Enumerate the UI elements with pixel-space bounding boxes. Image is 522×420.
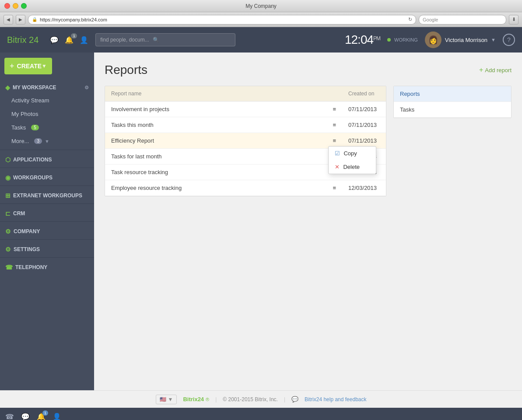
reports-table-wrap: Report name Created on Involvement in pr… [105, 86, 386, 196]
right-panel-reports-label: Reports [400, 91, 420, 97]
report-date-6: 12/03/2013 [342, 180, 386, 196]
workgroups-label: WORKGROUPS [13, 175, 53, 181]
context-menu-trigger[interactable]: ≡ ☑ Copy ✕ Delete [333, 137, 336, 144]
copy-label: Copy [343, 150, 357, 157]
search-placeholder-text: find people, docum... [100, 37, 149, 43]
user-menu[interactable]: 👩 Victoria Morrison ▼ [425, 32, 496, 48]
user-menu-arrow: ▼ [491, 37, 496, 42]
browser-search-bar[interactable]: Google [419, 15, 506, 24]
sidebar-item-company[interactable]: ⚙ COMPANY [0, 224, 94, 238]
sidebar-item-more[interactable]: More... 3 ▼ [0, 134, 94, 148]
create-btn-left: + CREATE [10, 62, 42, 71]
table-row[interactable]: Employee resource tracking ≡ 12/03/2013 [105, 180, 386, 196]
telephony-icon: ☎ [5, 264, 13, 271]
footer-brand: Bitrix24 ® [183, 396, 209, 402]
clock-time: 12:04 [345, 33, 373, 46]
settings-icon: ⚙ [5, 246, 11, 253]
bottom-notification-icon[interactable]: 🔔 1 [37, 413, 46, 420]
sidebar-item-crm[interactable]: ⊏ CRM [0, 206, 94, 220]
bottom-chat-icon[interactable]: 💬 [21, 413, 30, 420]
delete-icon: ✕ [335, 164, 340, 170]
maximize-btn[interactable] [21, 3, 27, 9]
sidebar-item-my-workspace[interactable]: ◆ MY WORKSPACE ⚙ [0, 80, 94, 94]
col-report-name: Report name [105, 86, 326, 102]
footer-help-link[interactable]: Bitrix24 help and feedback [305, 396, 366, 402]
table-row[interactable]: Tasks this month ≡ 07/11/2013 [105, 117, 386, 133]
bitrix-registered: ® [206, 397, 209, 402]
report-menu-icon-3[interactable]: ≡ ☑ Copy ✕ Delete [326, 133, 342, 149]
reload-icon[interactable]: ↻ [408, 17, 412, 22]
company-icon: ⚙ [5, 228, 11, 235]
more-arrow-icon: ▼ [45, 139, 49, 144]
footer-flag[interactable]: 🇺🇸 ▼ [156, 395, 177, 404]
browser-titlebar: My Company [0, 0, 522, 12]
delete-label: Delete [343, 164, 360, 170]
workspace-label: MY WORKSPACE [13, 84, 56, 91]
add-report-plus-icon: + [479, 66, 483, 74]
header-search[interactable]: find people, docum... 🔍 [95, 33, 235, 46]
right-panel-item-tasks[interactable]: Tasks [394, 102, 511, 118]
notification-icon[interactable]: 🔔 1 [65, 36, 74, 44]
right-panel-tasks-label: Tasks [400, 106, 414, 113]
profile-settings-icon[interactable]: 👤 [80, 36, 88, 44]
copy-action[interactable]: ☑ Copy [329, 147, 376, 160]
working-status[interactable]: WORKING [387, 37, 418, 42]
sidebar-item-telephony[interactable]: ☎ TELEPHONY [0, 259, 94, 273]
create-button[interactable]: + CREATE ▼ [4, 58, 52, 74]
report-menu-icon-2[interactable]: ≡ [326, 117, 342, 133]
workspace-gear-icon[interactable]: ⚙ [84, 85, 89, 91]
applications-icon: ⬡ [5, 156, 11, 163]
sidebar-item-settings[interactable]: ⚙ SETTINGS [0, 242, 94, 256]
browser-window-controls[interactable] [4, 3, 27, 9]
delete-action[interactable]: ✕ Delete [329, 160, 376, 174]
table-row[interactable]: Involvement in projects ≡ 07/11/2013 [105, 102, 386, 117]
forward-button[interactable]: ▶ [16, 15, 25, 24]
report-date-1: 07/11/2013 [342, 102, 386, 117]
working-dot [387, 38, 391, 42]
url-bar[interactable]: 🔒 https://mycompany.bitrix24.com ↻ [28, 15, 416, 24]
url-text: https://mycompany.bitrix24.com [40, 17, 406, 22]
sidebar-item-applications[interactable]: ⬡ APPLICATIONS [0, 152, 94, 166]
footer-brand-logo: Bitrix24 [183, 396, 204, 402]
bottom-phone-icon[interactable]: ☎ [5, 413, 14, 420]
bottom-profile-icon[interactable]: 👤 [53, 413, 61, 420]
tasks-label: Tasks [11, 124, 26, 131]
add-report-label: Add report [485, 67, 511, 74]
report-menu-icon-6[interactable]: ≡ [326, 180, 342, 196]
app-bottom-bar: ☎ 💬 🔔 1 👤 [0, 408, 522, 420]
workgroups-icon: ◉ [5, 174, 11, 181]
download-button[interactable]: ⬇ [509, 15, 518, 24]
app-logo: Bitrix 24 [7, 35, 39, 45]
back-button[interactable]: ◀ [4, 15, 13, 24]
chat-icon[interactable]: 💬 [50, 36, 59, 44]
add-report-link[interactable]: + Add report [479, 66, 511, 74]
help-button[interactable]: ? [503, 34, 515, 46]
sidebar-item-my-photos[interactable]: My Photos [0, 107, 94, 121]
search-prefix: Google [423, 17, 438, 22]
footer-chat-icon: 💬 [291, 396, 298, 402]
create-plus-icon: + [10, 62, 14, 71]
sidebar-item-activity-stream[interactable]: Activity Stream [0, 94, 94, 107]
right-panel-item-reports[interactable]: Reports [394, 86, 511, 102]
notification-badge: 1 [71, 33, 77, 38]
report-name-cell: Tasks this month [105, 117, 326, 133]
app-footer: 🇺🇸 ▼ Bitrix24 ® | © 2001-2015 Bitrix, In… [0, 390, 522, 408]
reports-table: Report name Created on Involvement in pr… [105, 86, 386, 196]
settings-label: SETTINGS [14, 246, 40, 252]
table-row[interactable]: Efficiency Report ≡ ☑ Copy [105, 133, 386, 149]
more-badge: 3 [34, 138, 42, 144]
logo-accent: 24 [29, 35, 39, 45]
report-menu-icon-1[interactable]: ≡ [326, 102, 342, 117]
browser-toolbar: ◀ ▶ 🔒 https://mycompany.bitrix24.com ↻ G… [0, 12, 522, 27]
sidebar-item-workgroups[interactable]: ◉ WORKGROUPS [0, 170, 94, 184]
create-label: CREATE [17, 63, 42, 70]
company-label: COMPANY [14, 228, 40, 234]
close-btn[interactable] [4, 3, 10, 9]
phone-icon: ☎ [5, 413, 14, 420]
minimize-btn[interactable] [13, 3, 18, 9]
browser-title: My Company [245, 3, 277, 9]
report-date-2: 07/11/2013 [342, 117, 386, 133]
sidebar-item-extranet-workgroups[interactable]: ⊞ EXTRANET WORKGROUPS [0, 188, 94, 202]
col-created-on: Created on [342, 86, 386, 102]
sidebar-item-tasks[interactable]: Tasks 5 [0, 121, 94, 134]
